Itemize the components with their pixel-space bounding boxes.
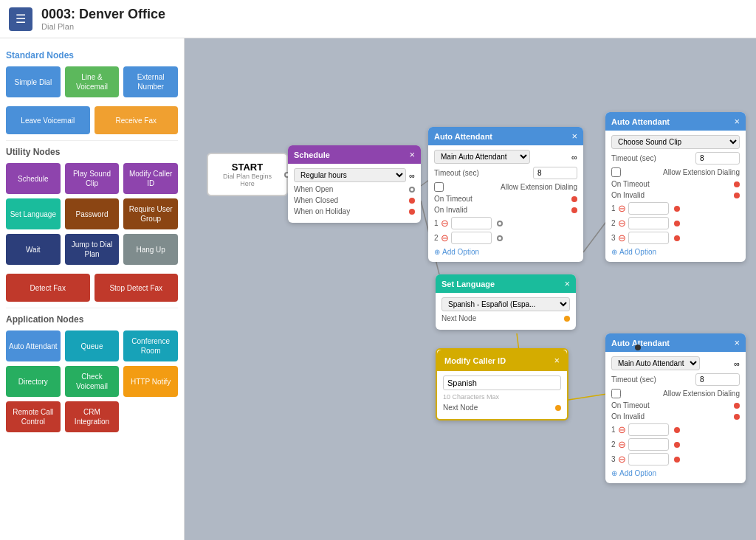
node-crm-integration[interactable]: CRM Integration — [65, 401, 120, 432]
auto-att-3-timeout-input[interactable] — [695, 373, 740, 386]
node-queue[interactable]: Queue — [65, 330, 120, 361]
auto-att-3-header: Auto Attendant × — [605, 333, 746, 352]
when-closed-label: When Closed — [294, 196, 338, 204]
modify-caller-input-row — [443, 375, 561, 390]
node-leave-voicemail[interactable]: Leave Voicemail — [6, 106, 90, 134]
auto-att-1-timeout-row: Timeout (sec) — [434, 167, 577, 179]
auto-att-1-timeout-input[interactable] — [533, 167, 577, 179]
auto-att-3-ext-checkbox[interactable] — [611, 389, 621, 398]
modify-caller-close-button[interactable]: × — [554, 355, 560, 366]
auto-att-2-option-2-input[interactable] — [628, 217, 669, 229]
auto-att-3-option-2-row: 2 ⊖ — [611, 438, 740, 451]
node-stop-detect-fax[interactable]: Stop Detect Fax — [94, 274, 179, 302]
auto-att-3-remove-2-button[interactable]: ⊖ — [618, 439, 626, 450]
schedule-node[interactable]: Schedule × Regular hours ∞ When Open Whe… — [288, 145, 421, 223]
node-wait[interactable]: Wait — [6, 234, 61, 265]
auto-att-2-option-select[interactable]: Choose Sound Clip — [611, 135, 740, 149]
schedule-option-row: Regular hours ∞ — [294, 168, 415, 182]
node-simple-dial[interactable]: Simple Dial — [6, 66, 61, 97]
auto-att-1-ext-checkbox[interactable] — [434, 182, 444, 192]
auto-att-2-close-button[interactable]: × — [734, 116, 740, 127]
main-layout: Standard Nodes Simple Dial Line & Voicem… — [0, 38, 756, 540]
auto-att-3-on-invalid-dot — [734, 414, 740, 420]
node-set-language[interactable]: Set Language — [6, 198, 61, 229]
auto-att-1-option-select[interactable]: Main Auto Attendant — [434, 150, 530, 164]
auto-att-3-add-option-button[interactable]: ⊕ Add Option — [611, 468, 656, 479]
node-play-sound-clip[interactable]: Play Sound Clip — [65, 163, 120, 194]
node-jump-to-dial-plan[interactable]: Jump to Dial Plan — [65, 234, 120, 265]
node-http-notify[interactable]: HTTP Notify — [123, 366, 178, 397]
auto-att-3-option-2-input[interactable] — [628, 438, 669, 451]
auto-att-2-option-3-input[interactable] — [628, 232, 669, 244]
plus-icon-2: ⊕ — [611, 248, 617, 256]
auto-att-2-timeout-input[interactable] — [695, 152, 740, 165]
auto-attendant-3-node[interactable]: Auto Attendant × Main Auto Attendant ∞ T… — [605, 333, 746, 483]
auto-att-1-close-button[interactable]: × — [571, 131, 577, 142]
auto-att-3-option-1-input[interactable] — [628, 423, 669, 436]
auto-att-3-close-button[interactable]: × — [734, 337, 740, 348]
set-lang-option-select[interactable]: Spanish - Español (Espa... — [441, 297, 570, 311]
node-detect-fax[interactable]: Detect Fax — [6, 274, 90, 302]
header: ☰ 0003: Denver Office Dial Plan — [0, 0, 756, 38]
node-external-number[interactable]: External Number — [123, 66, 178, 97]
auto-att-2-title: Auto Attendant — [611, 117, 670, 126]
auto-att-2-remove-1-button[interactable]: ⊖ — [618, 203, 626, 214]
node-hang-up[interactable]: Hang Up — [123, 234, 178, 265]
auto-att-2-remove-2-button[interactable]: ⊖ — [618, 218, 626, 229]
auto-att-2-add-option-button[interactable]: ⊕ Add Option — [611, 246, 656, 257]
set-lang-option-row: Spanish - Español (Espa... — [441, 297, 570, 311]
schedule-option-select[interactable]: Regular hours — [294, 168, 406, 182]
auto-att-1-option-2-input[interactable] — [451, 232, 492, 244]
node-require-user-group[interactable]: Require User Group — [123, 198, 178, 229]
node-auto-attendant[interactable]: Auto Attendant — [6, 330, 61, 361]
auto-att-2-option-1-input[interactable] — [628, 202, 669, 215]
schedule-close-button[interactable]: × — [409, 149, 415, 160]
auto-att-3-option-select[interactable]: Main Auto Attendant — [611, 356, 700, 370]
node-password[interactable]: Password — [65, 198, 120, 229]
modify-caller-input[interactable] — [443, 375, 561, 390]
node-modify-caller-id[interactable]: Modify Caller ID — [123, 163, 178, 194]
auto-att-1-add-option-button[interactable]: ⊕ Add Option — [434, 246, 479, 257]
node-line-voicemail[interactable]: Line & Voicemail — [65, 66, 120, 97]
modify-caller-id-node[interactable]: Modify Caller ID × 10 Characters Max Nex… — [436, 348, 568, 420]
sidebar: Standard Nodes Simple Dial Line & Voicem… — [0, 38, 185, 540]
auto-att-1-option-1-input[interactable] — [451, 217, 492, 229]
auto-att-1-invalid-dot-row: On Invalid — [434, 206, 577, 214]
auto-att-3-option-3-input[interactable] — [628, 453, 669, 465]
auto-attendant-1-node[interactable]: Auto Attendant × Main Auto Attendant ∞ T… — [428, 127, 583, 262]
auto-att-1-remove-1-button[interactable]: ⊖ — [441, 218, 449, 229]
auto-attendant-2-node[interactable]: Auto Attendant × Choose Sound Clip Timeo… — [605, 112, 746, 262]
node-receive-fax[interactable]: Receive Fax — [94, 106, 179, 134]
modify-caller-next-label: Next Node — [443, 404, 478, 412]
set-lang-close-button[interactable]: × — [564, 278, 570, 289]
node-directory[interactable]: Directory — [6, 366, 61, 397]
auto-att-3-option-3-row: 3 ⊖ — [611, 453, 740, 465]
set-language-node[interactable]: Set Language × Spanish - Español (Espa..… — [436, 274, 576, 330]
auto-att-1-remove-2-button[interactable]: ⊖ — [441, 232, 449, 243]
auto-att-2-ext-checkbox[interactable] — [611, 167, 621, 177]
auto-att-1-option-2-row: 2 ⊖ — [434, 232, 577, 244]
canvas[interactable]: START Dial Plan Begins Here Schedule × R… — [185, 38, 756, 540]
node-check-voicemail[interactable]: Check Voicemail — [65, 366, 120, 397]
auto-att-2-timeout-label: Timeout (sec) — [611, 154, 656, 162]
auto-att-3-remove-1-button[interactable]: ⊖ — [618, 424, 626, 435]
utility-nodes-title: Utility Nodes — [6, 147, 178, 157]
start-label: START — [219, 162, 276, 173]
node-remote-call-control[interactable]: Remote Call Control — [6, 401, 61, 432]
auto-att-2-on-invalid-dot — [734, 193, 740, 198]
set-lang-next-label: Next Node — [441, 314, 476, 322]
menu-button[interactable]: ☰ — [9, 7, 32, 31]
auto-att-3-remove-3-button[interactable]: ⊖ — [618, 454, 626, 465]
node-schedule[interactable]: Schedule — [6, 163, 61, 194]
auto-att-2-option-3-dot — [674, 235, 680, 241]
auto-att-3-on-invalid-label: On Invalid — [611, 412, 645, 420]
auto-att-2-add-option-label: Add Option — [619, 248, 656, 256]
auto-att-3-option-row: Main Auto Attendant ∞ — [611, 356, 740, 370]
when-holiday-label: When on Holiday — [294, 207, 350, 215]
auto-att-2-option-1-row: 1 ⊖ — [611, 202, 740, 215]
node-conference-room[interactable]: Conference Room — [123, 330, 178, 361]
application-nodes-title: Application Nodes — [6, 314, 178, 325]
application-nodes-grid: Auto Attendant Queue Conference Room Dir… — [6, 330, 178, 432]
menu-icon: ☰ — [16, 12, 26, 26]
auto-att-2-remove-3-button[interactable]: ⊖ — [618, 232, 626, 243]
